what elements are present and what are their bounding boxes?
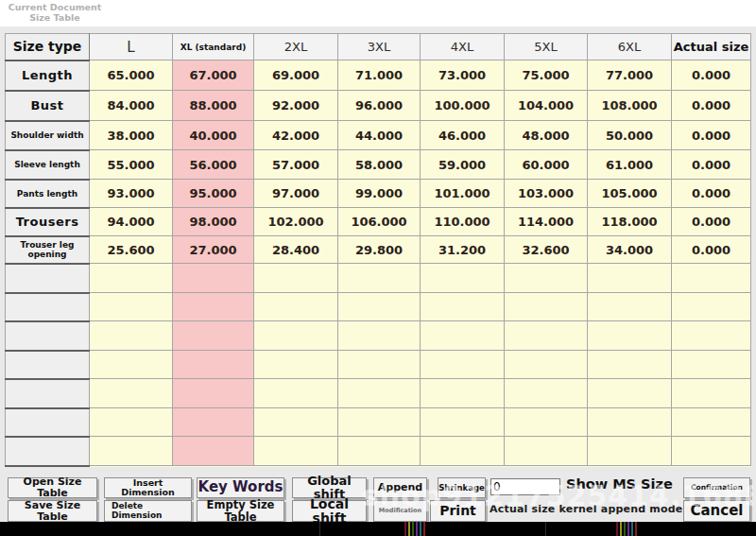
size-cell[interactable]: 29.800 xyxy=(338,236,421,264)
size-cell[interactable] xyxy=(588,321,672,351)
size-cell[interactable] xyxy=(90,293,173,321)
confirmation-button[interactable]: Confirmation xyxy=(683,477,750,498)
size-cell[interactable] xyxy=(254,437,338,466)
size-cell[interactable]: 108.000 xyxy=(588,91,672,121)
global-shift-button[interactable]: Global shift xyxy=(292,477,367,498)
size-cell[interactable] xyxy=(421,293,505,321)
size-cell[interactable]: 58.000 xyxy=(338,150,421,180)
size-cell[interactable] xyxy=(672,379,751,408)
size-cell[interactable] xyxy=(173,264,254,293)
size-cell[interactable] xyxy=(421,437,505,466)
size-cell[interactable] xyxy=(338,321,421,351)
size-cell[interactable] xyxy=(254,379,338,408)
size-cell[interactable] xyxy=(90,379,173,408)
size-cell[interactable] xyxy=(338,379,421,408)
size-cell[interactable]: 110.000 xyxy=(421,208,505,236)
size-cell[interactable]: 99.000 xyxy=(338,180,421,208)
delete-dimension-button[interactable]: Delete Dimension xyxy=(104,500,192,522)
size-cell[interactable] xyxy=(338,293,421,321)
open-size-table-button[interactable]: Open Size Table xyxy=(8,477,97,498)
size-cell[interactable] xyxy=(588,437,672,466)
size-cell[interactable] xyxy=(505,379,588,408)
save-size-table-button[interactable]: Save Size Table xyxy=(8,500,97,522)
size-cell[interactable] xyxy=(254,321,338,351)
size-cell[interactable] xyxy=(505,264,588,293)
size-cell[interactable] xyxy=(90,408,173,437)
size-cell[interactable] xyxy=(421,351,505,379)
size-cell[interactable] xyxy=(588,264,672,293)
size-cell[interactable]: 106.000 xyxy=(338,208,421,236)
size-cell[interactable]: 93.000 xyxy=(90,180,173,208)
size-cell[interactable] xyxy=(505,408,588,437)
size-cell[interactable]: 48.000 xyxy=(505,121,588,150)
size-cell[interactable] xyxy=(505,321,588,351)
size-cell[interactable] xyxy=(338,264,421,293)
size-cell[interactable]: 97.000 xyxy=(254,180,338,208)
size-cell[interactable]: 61.000 xyxy=(588,150,672,180)
size-cell[interactable] xyxy=(254,264,338,293)
size-cell[interactable] xyxy=(173,408,254,437)
size-cell[interactable] xyxy=(90,437,173,466)
size-cell[interactable]: 44.000 xyxy=(338,121,421,150)
size-cell[interactable]: 94.000 xyxy=(90,208,173,236)
size-cell[interactable] xyxy=(173,293,254,321)
size-cell[interactable]: 57.000 xyxy=(254,150,338,180)
ms-size-input[interactable] xyxy=(490,478,560,495)
size-cell[interactable] xyxy=(173,321,254,351)
size-cell[interactable]: 42.000 xyxy=(254,121,338,150)
size-cell[interactable] xyxy=(588,379,672,408)
size-cell[interactable] xyxy=(588,351,672,379)
shrinkage-button[interactable]: Shrinkage xyxy=(438,477,486,498)
size-cell[interactable]: 100.000 xyxy=(421,91,505,121)
size-cell[interactable] xyxy=(173,437,254,466)
size-cell[interactable] xyxy=(254,408,338,437)
size-cell[interactable]: 103.000 xyxy=(505,180,588,208)
size-cell[interactable]: 46.000 xyxy=(421,121,505,150)
size-cell[interactable]: 77.000 xyxy=(588,61,672,91)
size-cell[interactable]: 60.000 xyxy=(505,150,588,180)
size-cell[interactable] xyxy=(421,264,505,293)
insert-dimension-button[interactable]: Insert Dimension xyxy=(104,477,192,498)
size-cell[interactable] xyxy=(672,264,751,293)
size-cell[interactable] xyxy=(90,264,173,293)
local-shift-button[interactable]: Local shift xyxy=(292,500,367,522)
size-cell[interactable]: 88.000 xyxy=(173,91,254,121)
size-cell[interactable] xyxy=(672,293,751,321)
size-cell[interactable] xyxy=(421,408,505,437)
modification-button[interactable]: Modification xyxy=(373,500,427,522)
size-cell[interactable] xyxy=(254,351,338,379)
size-cell[interactable] xyxy=(338,437,421,466)
size-cell[interactable]: 55.000 xyxy=(90,150,173,180)
size-cell[interactable]: 34.000 xyxy=(588,236,672,264)
size-cell[interactable]: 0.000 xyxy=(672,150,751,180)
size-cell[interactable] xyxy=(421,321,505,351)
size-cell[interactable]: 102.000 xyxy=(254,208,338,236)
print-button[interactable]: Print xyxy=(430,500,486,522)
size-cell[interactable] xyxy=(90,321,173,351)
size-cell[interactable]: 71.000 xyxy=(338,61,421,91)
size-cell[interactable] xyxy=(505,351,588,379)
key-words-button[interactable]: Key Words xyxy=(197,477,284,498)
size-cell[interactable]: 31.200 xyxy=(421,236,505,264)
size-cell[interactable]: 96.000 xyxy=(338,91,421,121)
size-cell[interactable]: 104.000 xyxy=(505,91,588,121)
size-cell[interactable]: 32.600 xyxy=(505,236,588,264)
size-cell[interactable]: 0.000 xyxy=(672,91,751,121)
size-cell[interactable]: 95.000 xyxy=(173,180,254,208)
size-cell[interactable] xyxy=(173,379,254,408)
size-cell[interactable] xyxy=(672,321,751,351)
size-cell[interactable] xyxy=(672,408,751,437)
size-cell[interactable]: 101.000 xyxy=(421,180,505,208)
size-cell[interactable]: 28.400 xyxy=(254,236,338,264)
size-cell[interactable]: 118.000 xyxy=(588,208,672,236)
size-cell[interactable] xyxy=(90,351,173,379)
size-cell[interactable] xyxy=(505,437,588,466)
size-cell[interactable] xyxy=(588,293,672,321)
size-cell[interactable] xyxy=(421,379,505,408)
size-cell[interactable]: 67.000 xyxy=(173,61,254,91)
append-button[interactable]: Append xyxy=(373,477,427,498)
size-cell[interactable]: 105.000 xyxy=(588,180,672,208)
size-cell[interactable] xyxy=(173,351,254,379)
size-cell[interactable]: 27.000 xyxy=(173,236,254,264)
size-cell[interactable]: 75.000 xyxy=(505,61,588,91)
